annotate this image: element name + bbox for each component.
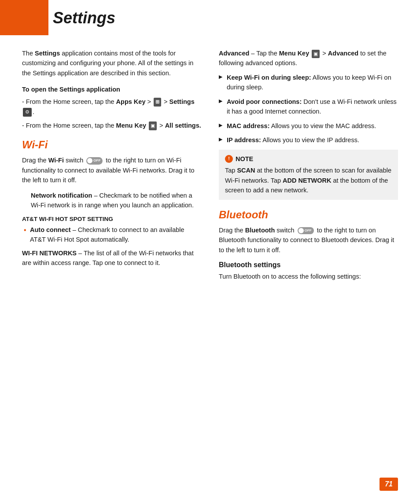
- content-area: The Settings application contains most o…: [0, 0, 420, 313]
- note-header: ! NOTE: [225, 154, 392, 164]
- keep-wifi-item: Keep Wi-Fi on during sleep: Allows you t…: [219, 73, 398, 92]
- open-heading: To open the Settings application: [22, 85, 201, 94]
- page-title: Settings: [53, 9, 115, 27]
- wifi-body: Drag the Wi-Fi switch OFF to the right t…: [22, 155, 201, 185]
- bluetooth-settings-text: Turn Bluetooth on to access the followin…: [219, 272, 398, 281]
- menu-key-icon2: ▣: [312, 50, 320, 58]
- bt-toggle-knob: [298, 228, 304, 233]
- avoid-poor-item: Avoid poor connections: Don't use a Wi-F…: [219, 97, 398, 117]
- open-step1: - From the Home screen, tap the Apps Key…: [22, 97, 201, 117]
- advanced-text: Advanced – Tap the Menu Key ▣ > Advanced…: [219, 48, 398, 68]
- ip-address-item: IP address: Allows you to view the IP ad…: [219, 135, 398, 145]
- bluetooth-toggle-switch[interactable]: OFF: [298, 227, 314, 234]
- note-box: ! NOTE Tap SCAN at the bottom of the scr…: [219, 150, 398, 200]
- note-body: Tap SCAN at the bottom of the screen to …: [225, 166, 392, 195]
- bluetooth-title: Bluetooth: [219, 209, 398, 221]
- page-number: 71: [379, 478, 398, 491]
- mac-address-item: MAC address: Allows you to view the MAC …: [219, 121, 398, 131]
- apps-key-icon: ⊞: [153, 98, 164, 105]
- att-heading: AT&T WI-FI HOT SPOT SETTING: [22, 216, 201, 222]
- menu-key-icon: ▣: [149, 121, 157, 130]
- settings-gear-icon: ⚙: [23, 108, 32, 117]
- auto-connect-item: Auto connect – Checkmark to connect to a…: [22, 225, 201, 245]
- bt-toggle-label: OFF: [305, 228, 312, 233]
- network-notif-text: Network notification – Checkmark to be n…: [31, 191, 201, 210]
- wifi-toggle-switch[interactable]: OFF: [86, 157, 103, 164]
- toggle-label: OFF: [93, 158, 100, 163]
- toggle-knob: [87, 158, 92, 163]
- bluetooth-body: Drag the Bluetooth switch OFF to the rig…: [219, 225, 398, 255]
- wifi-networks-text: WI-FI NETWORKS – The list of all of the …: [22, 248, 201, 268]
- open-step2: - From the Home screen, tap the Menu Key…: [22, 121, 201, 131]
- note-label: NOTE: [236, 154, 253, 164]
- apps-key-icon-symbol: ⊞: [154, 98, 161, 107]
- wifi-title: Wi-Fi: [22, 139, 201, 151]
- intro-settings-bold: Settings: [35, 50, 60, 57]
- bluetooth-settings-heading: Bluetooth settings: [219, 261, 398, 269]
- right-column: Advanced – Tap the Menu Key ▣ > Advanced…: [219, 48, 398, 287]
- intro-paragraph: The Settings application contains most o…: [22, 48, 201, 78]
- note-icon: !: [225, 155, 233, 163]
- header-bar: [0, 0, 48, 35]
- left-column: The Settings application contains most o…: [22, 48, 201, 287]
- network-notif-block: Network notification – Checkmark to be n…: [22, 191, 201, 210]
